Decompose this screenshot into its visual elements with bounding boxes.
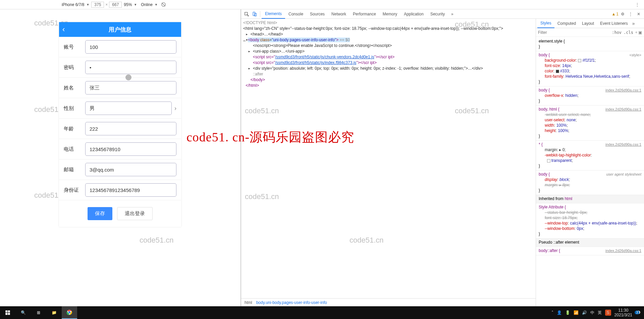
close-icon[interactable]: ✕	[635, 10, 643, 18]
svg-line-1	[162, 3, 165, 6]
chevron-down-icon: ▼	[155, 3, 158, 6]
tab-console[interactable]: Console	[285, 9, 307, 19]
svg-rect-6	[8, 310, 10, 312]
tab-network[interactable]: Network	[328, 9, 350, 19]
zoom-select[interactable]: 95%▼	[124, 2, 137, 7]
more-tabs-icon[interactable]: »	[632, 21, 635, 26]
plus-icon[interactable]: ＋	[634, 29, 638, 35]
chrome-icon[interactable]	[62, 306, 77, 319]
ime-badge[interactable]: S	[605, 310, 611, 316]
taskbar: 🔍 ⊞ 📁 ˄ 👤 🔋 📶 🔊 中 英 S 11:302021/3/21 💬	[0, 306, 644, 319]
watermark: code51.cn	[140, 236, 174, 245]
chevron-right-icon: ›	[174, 105, 176, 112]
width-input[interactable]: 375	[91, 2, 104, 8]
idcard-input[interactable]	[85, 183, 176, 197]
tab-styles[interactable]: Styles	[537, 19, 554, 28]
throttle-select[interactable]: Online▼	[141, 2, 158, 7]
task-view-icon[interactable]: ⊞	[31, 306, 46, 319]
svg-rect-5	[5, 310, 7, 312]
ime-lang1[interactable]: 中	[590, 310, 594, 316]
people-icon[interactable]: 👤	[557, 310, 562, 315]
wifi-icon[interactable]: 📶	[574, 310, 579, 315]
tab-elements[interactable]: Elements	[262, 9, 285, 19]
dim-separator: ×	[105, 2, 108, 7]
battery-icon[interactable]: 🔋	[565, 310, 570, 315]
search-icon[interactable]: 🔍	[15, 306, 31, 319]
svg-rect-7	[5, 313, 7, 315]
breadcrumb[interactable]: html body.uni-body.pages-user-info-user-…	[241, 298, 536, 306]
age-label: 年龄	[64, 126, 85, 132]
explorer-icon[interactable]: 📁	[46, 306, 62, 319]
tab-event-listeners[interactable]: Event Listeners	[597, 19, 631, 28]
device-select[interactable]: iPhone 6/7/8▼	[62, 2, 89, 7]
svg-rect-8	[8, 313, 10, 315]
idcard-label: 身份证	[64, 187, 85, 193]
start-icon[interactable]	[0, 306, 15, 319]
gender-label: 性别	[64, 105, 85, 112]
rotate-icon[interactable]	[161, 2, 166, 7]
save-button[interactable]: 保存	[88, 207, 112, 220]
page-title: 用户信息	[59, 26, 181, 34]
tab-memory[interactable]: Memory	[379, 9, 400, 19]
gender-select[interactable]: 男	[85, 102, 172, 115]
volume-icon[interactable]: 🔊	[582, 310, 587, 315]
style-rules[interactable]: element.style {} <style>body { backgroun…	[536, 37, 644, 306]
more-tabs-icon[interactable]: »	[448, 10, 456, 18]
account-label: 账号	[64, 44, 85, 50]
tab-computed[interactable]: Computed	[554, 19, 579, 28]
gear-icon[interactable]: ⚙	[619, 10, 627, 18]
crumb-body[interactable]: body.uni-body.pages-user-info-user-info	[256, 300, 327, 305]
kebab-icon[interactable]: ⋮	[627, 10, 635, 18]
box-model-icon[interactable]: ▣	[638, 30, 642, 35]
phone-input[interactable]	[85, 142, 176, 156]
name-label: 姓名	[64, 85, 85, 91]
ime-lang2[interactable]: 英	[598, 310, 602, 316]
tray-up-icon[interactable]: ˄	[551, 310, 553, 315]
phone-label: 电话	[64, 146, 85, 152]
back-icon[interactable]: ‹	[62, 25, 65, 34]
clock[interactable]: 11:302021/3/21	[614, 308, 632, 317]
email-label: 邮箱	[64, 167, 85, 173]
app-header: ‹ 用户信息	[59, 22, 181, 37]
name-input[interactable]	[85, 81, 176, 94]
height-input[interactable]: 667	[109, 2, 122, 8]
notifications-icon[interactable]: 💬	[636, 310, 641, 315]
tab-performance[interactable]: Performance	[350, 9, 379, 19]
logout-button[interactable]: 退出登录	[117, 207, 153, 220]
styles-filter-input[interactable]	[538, 30, 611, 35]
email-input[interactable]	[85, 163, 176, 176]
tab-layout[interactable]: Layout	[579, 19, 597, 28]
crumb-html[interactable]: html	[245, 300, 252, 305]
age-input[interactable]	[85, 122, 176, 135]
kebab-icon[interactable]: ⋮	[635, 2, 640, 7]
touch-indicator-icon	[125, 74, 131, 80]
account-input[interactable]	[85, 40, 176, 54]
dom-tree[interactable]: <!DOCTYPE html> <html lang="zh-CN" style…	[241, 19, 536, 298]
tab-application[interactable]: Application	[400, 9, 427, 19]
password-label: 密码	[64, 64, 85, 71]
chevron-down-icon: ▼	[134, 3, 137, 6]
device-viewport: code51.cn code51.cn code51.cn code51.cn …	[0, 9, 241, 306]
inspect-element-icon[interactable]	[243, 10, 251, 18]
svg-point-10	[68, 311, 70, 313]
chevron-down-icon: ▼	[86, 3, 89, 6]
cls-toggle[interactable]: .cls	[624, 30, 633, 35]
warning-badge[interactable]: ▲ 1	[611, 12, 619, 16]
hov-toggle[interactable]: :hov	[612, 30, 622, 35]
tab-security[interactable]: Security	[427, 9, 448, 19]
toggle-device-icon[interactable]	[251, 10, 259, 18]
tab-sources[interactable]: Sources	[307, 9, 328, 19]
password-input[interactable]	[85, 61, 176, 74]
